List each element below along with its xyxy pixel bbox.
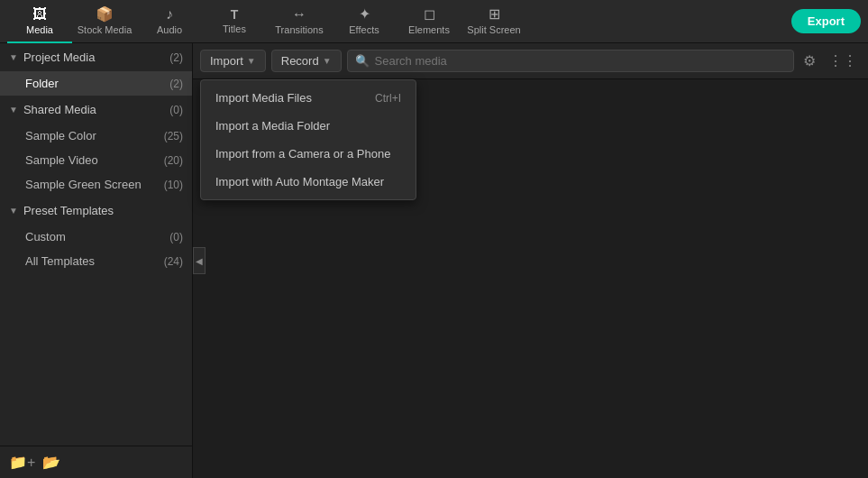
sidebar-item-sample-green-screen[interactable]: Sample Green Screen (10) (0, 172, 192, 197)
content-area: Import ▼ Record ▼ 🔍 ⚙ ⋮⋮ Import Media Fi… (193, 43, 868, 478)
sidebar: ▼ Project Media (2) Folder (2) ▼ Shared … (0, 43, 193, 478)
sidebar-item-folder[interactable]: Folder (2) (0, 71, 192, 96)
import-files-label: Import Media Files (215, 91, 312, 105)
nav-stock-media[interactable]: 📦 Stock Media (72, 0, 137, 43)
elements-icon: ◻ (424, 5, 435, 23)
sidebar-section-shared-media-label: Shared Media (23, 103, 96, 116)
top-nav: 🖼 Media 📦 Stock Media ♪ Audio T Titles ↔… (0, 0, 868, 43)
import-dropdown-menu: Import Media Files Ctrl+I Import a Media… (200, 79, 416, 200)
new-folder-icon: 📁+ (9, 455, 35, 470)
split-screen-icon: ⊞ (489, 5, 500, 23)
import-folder-label: Import a Media Folder (215, 119, 330, 133)
chevron-down-icon: ▼ (9, 52, 18, 62)
record-label: Record (281, 54, 319, 68)
transitions-icon: ↔ (292, 6, 306, 23)
sidebar-collapse-button[interactable]: ◀ (193, 247, 206, 274)
all-templates-label: All Templates (25, 254, 95, 268)
custom-count: (0) (169, 231, 183, 244)
sidebar-section-preset-templates-label: Preset Templates (23, 204, 114, 217)
nav-audio[interactable]: ♪ Audio (137, 0, 202, 43)
sidebar-section-preset-templates[interactable]: ▼ Preset Templates (0, 197, 192, 225)
sidebar-section-project-media-label: Project Media (23, 51, 95, 64)
sidebar-item-custom[interactable]: Custom (0) (0, 225, 192, 249)
main-layout: ▼ Project Media (2) Folder (2) ▼ Shared … (0, 43, 868, 478)
record-dropdown-button[interactable]: Record ▼ (271, 50, 342, 72)
search-icon: 🔍 (355, 54, 370, 68)
nav-elements-label: Elements (408, 24, 450, 35)
import-folder-icon: 📂 (42, 455, 60, 470)
project-media-count: (2) (169, 51, 183, 64)
chevron-down-icon-2: ▼ (9, 105, 18, 115)
sidebar-footer: 📁+ 📂 (0, 446, 192, 478)
nav-transitions[interactable]: ↔ Transitions (267, 0, 332, 43)
shared-media-count: (0) (169, 104, 183, 116)
audio-icon: ♪ (166, 6, 173, 23)
import-camera-item[interactable]: Import from a Camera or a Phone (201, 140, 416, 168)
sample-video-count: (20) (164, 154, 183, 167)
media-icon: 🖼 (32, 6, 47, 23)
sidebar-section-shared-media[interactable]: ▼ Shared Media (0) (0, 96, 192, 124)
import-dropdown-button[interactable]: Import ▼ (200, 50, 266, 72)
nav-titles-label: Titles (223, 23, 246, 34)
nav-stock-media-label: Stock Media (78, 24, 132, 35)
all-templates-count: (24) (164, 255, 183, 268)
grid-icon: ⋮⋮ (828, 53, 857, 69)
import-auto-montage-label: Import with Auto Montage Maker (215, 175, 384, 188)
sidebar-item-sample-video[interactable]: Sample Video (20) (0, 148, 192, 172)
import-camera-label: Import from a Camera or a Phone (215, 147, 390, 161)
record-arrow-icon: ▼ (323, 56, 332, 66)
nav-split-screen-label: Split Screen (467, 24, 520, 35)
nav-elements[interactable]: ◻ Elements (397, 0, 461, 43)
sample-color-count: (25) (164, 130, 183, 142)
export-button[interactable]: Export (791, 9, 861, 33)
folder-label: Folder (25, 77, 59, 90)
titles-icon: T (231, 7, 239, 22)
sidebar-item-sample-color[interactable]: Sample Color (25) (0, 124, 192, 148)
import-files-shortcut: Ctrl+I (375, 92, 401, 105)
custom-label: Custom (25, 230, 66, 244)
grid-view-button[interactable]: ⋮⋮ (825, 49, 861, 73)
nav-effects-label: Effects (349, 24, 379, 35)
new-folder-button[interactable]: 📁+ (9, 454, 35, 471)
nav-titles[interactable]: T Titles (202, 0, 267, 43)
import-folder-item[interactable]: Import a Media Folder (201, 112, 416, 140)
import-label: Import (210, 54, 243, 68)
effects-icon: ✦ (359, 5, 370, 23)
nav-split-screen[interactable]: ⊞ Split Screen (461, 0, 526, 43)
nav-transitions-label: Transitions (275, 24, 323, 35)
chevron-down-icon-3: ▼ (9, 206, 18, 216)
nav-audio-label: Audio (157, 24, 182, 35)
nav-media-label: Media (26, 24, 53, 35)
sample-green-screen-label: Sample Green Screen (25, 178, 142, 191)
import-auto-montage-item[interactable]: Import with Auto Montage Maker (201, 168, 416, 196)
folder-count: (2) (169, 78, 183, 90)
stock-media-icon: 📦 (96, 5, 114, 23)
content-toolbar: Import ▼ Record ▼ 🔍 ⚙ ⋮⋮ (193, 43, 868, 79)
filter-button[interactable]: ⚙ (799, 49, 819, 73)
nav-media[interactable]: 🖼 Media (7, 0, 72, 43)
sidebar-section-project-media[interactable]: ▼ Project Media (2) (0, 43, 192, 71)
import-folder-button[interactable]: 📂 (42, 454, 60, 471)
filter-icon: ⚙ (803, 53, 816, 69)
sidebar-item-all-templates[interactable]: All Templates (24) (0, 249, 192, 273)
sample-video-label: Sample Video (25, 153, 98, 167)
import-arrow-icon: ▼ (247, 56, 256, 66)
search-input[interactable] (375, 54, 786, 68)
import-files-item[interactable]: Import Media Files Ctrl+I (201, 84, 416, 112)
sample-color-label: Sample Color (25, 129, 96, 142)
nav-effects[interactable]: ✦ Effects (332, 0, 397, 43)
sample-green-screen-count: (10) (164, 179, 183, 191)
search-bar: 🔍 (347, 50, 794, 72)
